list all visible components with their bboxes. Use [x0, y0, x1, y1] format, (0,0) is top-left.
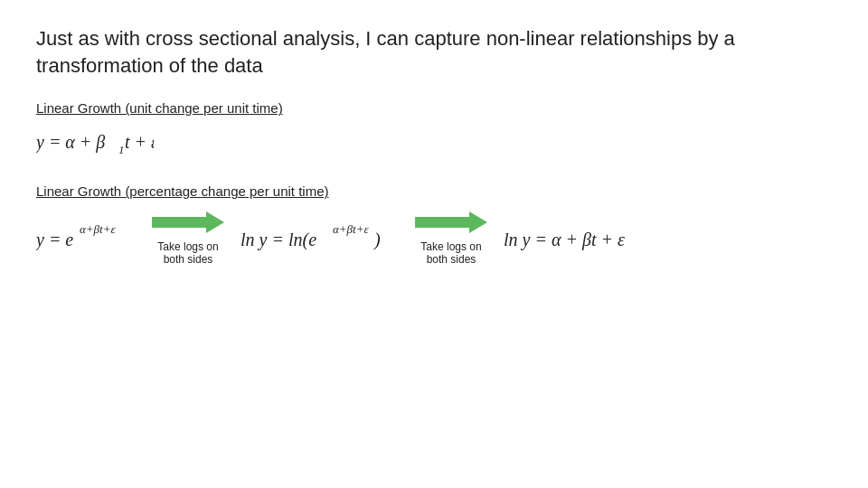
svg-marker-5 — [152, 211, 224, 233]
svg-text:α+βt+ε: α+βt+ε — [80, 222, 116, 236]
section2: Linear Growth (percentage change per uni… — [36, 183, 832, 266]
slide: Just as with cross sectional analysis, I… — [0, 0, 868, 488]
svg-text:y = e: y = e — [36, 230, 73, 250]
section1-formula-row: y = α + β 1 t + ε — [36, 127, 832, 164]
arrow1-container: Take logs on both sides — [148, 210, 228, 266]
svg-text:ln y = α + βt + ε: ln y = α + βt + ε — [504, 230, 625, 250]
arrow1-label: Take logs on both sides — [157, 240, 218, 266]
section1-title: Linear Growth (unit change per unit time… — [36, 100, 832, 116]
arrow2-container: Take logs on both sides — [411, 210, 491, 266]
svg-text:t + ε: t + ε — [125, 132, 154, 152]
formula2-2: ln y = ln(e α+βt+ε ) — [241, 215, 399, 260]
svg-text:): ) — [373, 230, 381, 250]
arrow1 — [152, 210, 224, 235]
formula1-svg: y = α + β 1 t + ε — [36, 127, 154, 159]
formula2-1: y = e α+βt+ε — [36, 215, 136, 260]
arrow2 — [415, 210, 487, 235]
svg-text:y = α + β: y = α + β — [36, 132, 105, 153]
svg-text:α+βt+ε: α+βt+ε — [333, 222, 369, 236]
formula2-3: ln y = α + βt + ε — [504, 215, 648, 260]
svg-text:1: 1 — [118, 143, 125, 156]
svg-text:ln y = ln(e: ln y = ln(e — [241, 230, 316, 250]
section1-formula: y = α + β 1 t + ε — [36, 127, 154, 164]
svg-marker-9 — [415, 211, 487, 233]
section1: Linear Growth (unit change per unit time… — [36, 100, 832, 164]
main-title: Just as with cross sectional analysis, I… — [36, 25, 832, 79]
section2-title: Linear Growth (percentage change per uni… — [36, 183, 832, 199]
arrow2-label: Take logs on both sides — [420, 240, 481, 266]
section2-formula-block: y = e α+βt+ε Take logs on both sides — [36, 210, 832, 266]
